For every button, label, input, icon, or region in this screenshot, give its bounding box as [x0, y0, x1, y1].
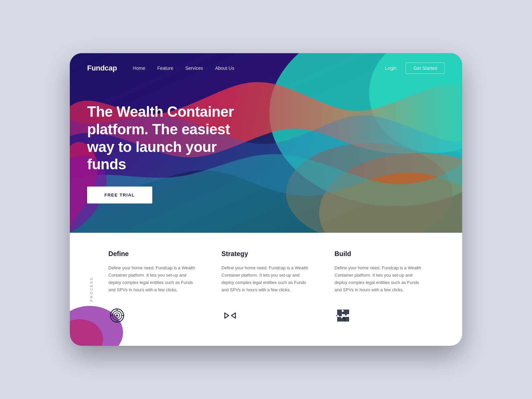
card-desc-build: Define your home need. Fundcap is a Weal… [334, 264, 424, 294]
card-desc-strategy: Define your home need. Fundcap is a Weal… [221, 264, 311, 294]
website: Fundcap Home Feature Services About Us [70, 53, 462, 346]
svg-marker-17 [231, 313, 235, 318]
logo[interactable]: Fundcap [87, 64, 117, 72]
nav-item-services[interactable]: Services [185, 65, 203, 71]
card-desc-define: Define your home need. Fundcap is a Weal… [108, 264, 198, 294]
card-title-define: Define [108, 250, 198, 258]
get-started-button[interactable]: Get Started [406, 63, 445, 74]
card-title-strategy: Strategy [221, 250, 311, 258]
target-icon [108, 307, 126, 324]
free-trial-button[interactable]: FREE TRIAL [87, 187, 152, 203]
card-strategy: Strategy Define your home need. Fundcap … [209, 250, 323, 329]
puzzle-icon [334, 307, 352, 324]
nav-actions: Login Get Started [385, 63, 445, 74]
hero-content: The Wealth Container platform. The easie… [70, 83, 269, 203]
cards-container: Define Define your home need. Fundcap is… [70, 233, 462, 346]
nav-item-feature[interactable]: Feature [157, 65, 173, 71]
nav-item-home[interactable]: Home [133, 65, 145, 71]
nav-links: Home Feature Services About Us [133, 65, 385, 71]
svg-marker-16 [225, 313, 229, 318]
login-link[interactable]: Login [385, 66, 396, 71]
card-title-build: Build [334, 250, 424, 258]
svg-point-11 [116, 315, 118, 317]
card-build: Build Define your home need. Fundcap is … [323, 250, 436, 329]
code-icon [221, 307, 239, 324]
card-define: Define Define your home need. Fundcap is… [96, 250, 209, 329]
hero-title: The Wealth Container platform. The easie… [87, 103, 252, 173]
hero-section: Fundcap Home Feature Services About Us [70, 53, 462, 233]
nav-item-about[interactable]: About Us [215, 65, 234, 71]
navigation: Fundcap Home Feature Services About Us [70, 53, 462, 83]
device-frame: Fundcap Home Feature Services About Us [70, 53, 462, 346]
bottom-section: PROCESS Define Define your home need. Fu… [70, 233, 462, 346]
